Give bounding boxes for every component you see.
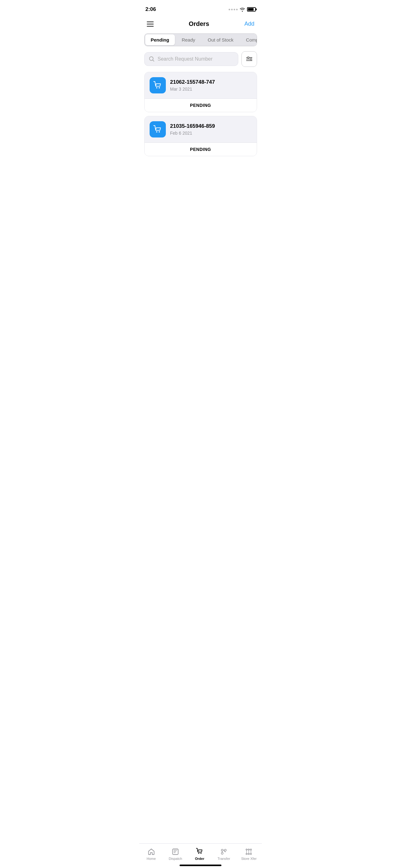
order-info: 21062-155748-747 Mar 3 2021	[170, 79, 215, 92]
battery-icon	[247, 7, 256, 11]
status-icons	[229, 7, 256, 11]
status-time: 2:06	[145, 6, 156, 12]
add-button[interactable]: Add	[243, 19, 256, 28]
svg-point-4	[250, 58, 252, 60]
search-icon	[149, 56, 155, 62]
order-card-top: 21035-165946-859 Feb 6 2021	[144, 116, 257, 143]
search-wrapper	[144, 52, 238, 66]
svg-point-5	[247, 57, 249, 58]
order-status-text: PENDING	[190, 147, 211, 152]
order-number: 21035-165946-859	[170, 123, 215, 129]
hamburger-line	[147, 26, 154, 27]
search-container	[139, 51, 262, 72]
svg-point-9	[159, 131, 160, 132]
page-title: Orders	[189, 20, 209, 28]
order-card-top: 21062-155748-747 Mar 3 2021	[144, 72, 257, 98]
svg-point-8	[156, 131, 157, 132]
order-info: 21035-165946-859 Feb 6 2021	[170, 123, 215, 135]
cart-icon	[153, 81, 162, 89]
order-status-bar: PENDING	[144, 98, 257, 112]
search-input[interactable]	[158, 56, 234, 62]
svg-point-6	[156, 87, 157, 88]
cart-icon-wrapper	[149, 77, 166, 93]
order-date: Mar 3 2021	[170, 87, 215, 92]
order-card[interactable]: 21035-165946-859 Feb 6 2021 PENDING	[144, 116, 257, 156]
order-number: 21062-155748-747	[170, 79, 215, 85]
tab-completed[interactable]: Completed	[240, 34, 257, 45]
menu-button[interactable]	[145, 20, 155, 28]
svg-point-7	[159, 87, 160, 88]
tabs-container: Pending Ready Out of Stock Completed Can…	[144, 33, 257, 46]
hamburger-line	[147, 22, 154, 22]
signal-icon	[229, 9, 238, 10]
order-status-bar: PENDING	[144, 143, 257, 156]
order-card[interactable]: 21062-155748-747 Mar 3 2021 PENDING	[144, 72, 257, 112]
header: Orders Add	[139, 17, 262, 33]
hamburger-line	[147, 24, 154, 24]
cart-icon-wrapper	[149, 121, 166, 137]
orders-list: 21062-155748-747 Mar 3 2021 PENDING	[139, 72, 262, 156]
tab-pending[interactable]: Pending	[145, 34, 175, 45]
tab-ready[interactable]: Ready	[176, 34, 201, 45]
cart-icon	[153, 125, 162, 133]
tab-out-of-stock[interactable]: Out of Stock	[202, 34, 239, 45]
filter-button[interactable]	[241, 51, 257, 67]
filter-icon	[246, 56, 253, 62]
status-bar: 2:06	[139, 0, 262, 17]
wifi-icon	[239, 7, 245, 11]
order-status-text: PENDING	[190, 103, 211, 108]
order-date: Feb 6 2021	[170, 131, 215, 135]
